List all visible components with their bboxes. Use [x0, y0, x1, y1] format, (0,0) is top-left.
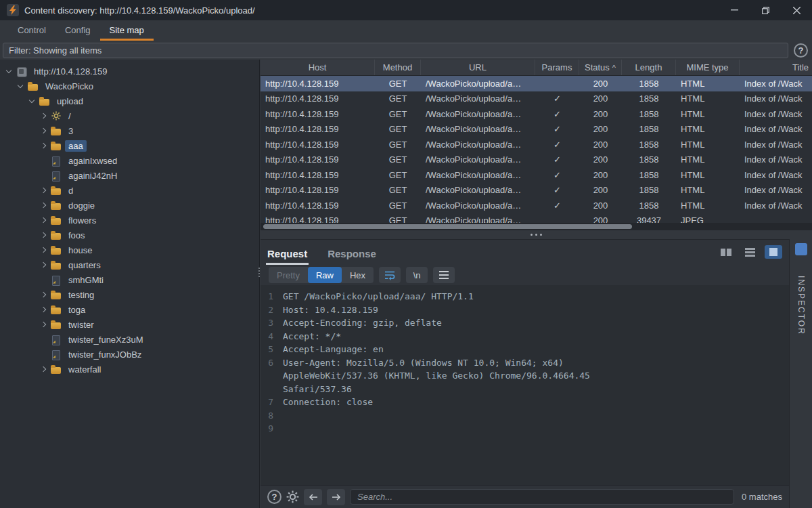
tree-item-aaa[interactable]: aaa [0, 138, 259, 153]
minimize-button[interactable] [719, 0, 750, 20]
tree-item-twister-funexz3um[interactable]: twister_funeXz3uM [0, 332, 259, 347]
chevron-down-icon[interactable] [17, 83, 24, 90]
rows-view-button[interactable] [741, 245, 759, 259]
tree-item-againixwsed[interactable]: againIxwsed [0, 153, 259, 168]
request-editor[interactable]: 1GET /WackoPicko/upload/aaa/ HTTP/1.12Ho… [261, 285, 789, 485]
splitter-handle[interactable] [261, 230, 812, 239]
column-header-length[interactable]: Length [622, 60, 676, 75]
cell-url: /WackoPicko/upload/a… [421, 154, 535, 165]
tree-item-twister-funxjobbz[interactable]: twister_funxJObBz [0, 347, 259, 362]
chevron-right-icon[interactable] [40, 291, 47, 299]
tree-item-waterfall[interactable]: waterfall [0, 362, 259, 377]
cell-method: GET [375, 185, 421, 195]
column-header-status[interactable]: Status^ [579, 60, 622, 75]
tab-site-map[interactable]: Site map [100, 21, 154, 41]
tree-item-http-10-4-128-159[interactable]: http://10.4.128.159 [0, 64, 259, 79]
chevron-right-icon[interactable] [40, 187, 47, 194]
editor-line: Safari/537.36 [261, 383, 789, 396]
table-row[interactable]: http://10.4.128.159GET/WackoPicko/upload… [261, 137, 812, 152]
tab-config[interactable]: Config [55, 21, 100, 41]
chevron-down-icon[interactable] [5, 68, 13, 75]
tree-item-flowers[interactable]: flowers [0, 213, 259, 228]
cell-title: Index of /Wack [740, 140, 812, 150]
horizontal-scrollbar[interactable] [261, 223, 812, 230]
folder-icon [51, 141, 62, 151]
column-header-host[interactable]: Host [261, 60, 375, 75]
tree-item-house[interactable]: house [0, 242, 259, 257]
tree-item-toga[interactable]: toga [0, 302, 259, 317]
chevron-right-icon[interactable] [40, 321, 47, 329]
chevron-right-icon[interactable] [40, 232, 47, 239]
scrollbar-thumb[interactable] [263, 224, 632, 229]
line-number: 1 [261, 290, 278, 303]
chevron-right-icon[interactable] [40, 127, 47, 135]
format-raw-button[interactable]: Raw [308, 267, 342, 283]
table-row[interactable]: http://10.4.128.159GET/WackoPicko/upload… [261, 183, 812, 198]
chevron-right-icon[interactable] [40, 366, 47, 373]
tree-item-smhgmti[interactable]: smhGMti [0, 272, 259, 287]
format-pretty-button[interactable]: Pretty [269, 267, 308, 283]
line-text: User-Agent: Mozilla/5.0 (Windows NT 10.0… [278, 356, 564, 370]
cell-mime: HTML [676, 140, 740, 150]
chevron-right-icon[interactable] [40, 142, 47, 150]
editor-tab-request[interactable]: Request [266, 244, 309, 265]
filter-box[interactable]: Filter: Showing all items [3, 43, 788, 58]
tree-item-foos[interactable]: foos [0, 228, 259, 242]
chevron-right-icon[interactable] [40, 306, 47, 314]
tree-item-label: d [65, 185, 76, 196]
chevron-right-icon[interactable] [40, 261, 47, 269]
chevron-right-icon[interactable] [40, 202, 47, 209]
tree-item-wackopicko[interactable]: WackoPicko [0, 79, 259, 93]
show-newlines-button[interactable]: \n [406, 267, 428, 283]
column-header-title[interactable]: Title [740, 60, 812, 75]
editor-tab-response[interactable]: Response [326, 244, 378, 265]
table-row[interactable]: http://10.4.128.159GET/WackoPicko/upload… [261, 76, 812, 91]
help-button[interactable]: ? [794, 43, 808, 58]
editor-menu-button[interactable] [433, 267, 455, 283]
tree-item-item[interactable]: / [0, 108, 259, 123]
column-header-params[interactable]: Params [535, 60, 579, 75]
restore-button[interactable] [750, 0, 781, 20]
inspector-label[interactable]: INSPECTOR [796, 276, 806, 335]
previous-match-button[interactable] [304, 489, 322, 505]
search-help-button[interactable]: ? [267, 490, 281, 504]
chevron-right-icon[interactable] [40, 217, 47, 224]
drag-handle-icon[interactable] [258, 268, 260, 277]
tree-item-againij42nh[interactable]: againiJ42nH [0, 168, 259, 183]
table-row[interactable]: http://10.4.128.159GET/WackoPicko/upload… [261, 122, 812, 137]
column-header-mime-type[interactable]: MIME type [676, 60, 740, 75]
chevron-right-icon[interactable] [40, 247, 47, 254]
tree-item-testing[interactable]: testing [0, 287, 259, 302]
format-hex-button[interactable]: Hex [342, 267, 374, 283]
tree-item-upload[interactable]: upload [0, 93, 259, 108]
table-body: http://10.4.128.159GET/WackoPicko/upload… [261, 76, 812, 228]
column-header-method[interactable]: Method [375, 60, 421, 75]
next-match-button[interactable] [327, 489, 345, 505]
wrap-lines-button[interactable] [379, 267, 401, 283]
search-input[interactable] [350, 489, 734, 505]
tree-item-twister[interactable]: twister [0, 317, 259, 332]
tree-item-3[interactable]: 3 [0, 123, 259, 138]
table-row[interactable]: http://10.4.128.159GET/WackoPicko/upload… [261, 106, 812, 122]
tab-control[interactable]: Control [8, 21, 55, 41]
settings-button[interactable] [286, 490, 299, 503]
table-row[interactable]: http://10.4.128.159GET/WackoPicko/upload… [261, 91, 812, 107]
folder-icon [51, 186, 62, 196]
tree-item-quarters[interactable]: quarters [0, 257, 259, 272]
columns-view-button[interactable] [717, 245, 735, 259]
tree-item-doggie[interactable]: doggie [0, 198, 259, 213]
cell-method: GET [375, 200, 421, 211]
gear-icon [51, 111, 62, 121]
table-row[interactable]: http://10.4.128.159GET/WackoPicko/upload… [261, 167, 812, 183]
single-view-button[interactable] [765, 245, 782, 259]
close-button[interactable] [781, 0, 812, 20]
table-row[interactable]: http://10.4.128.159GET/WackoPicko/upload… [261, 198, 812, 213]
tree-item-d[interactable]: d [0, 183, 259, 198]
view-layout-buttons [717, 245, 782, 259]
chevron-right-icon[interactable] [40, 112, 47, 120]
table-row[interactable]: http://10.4.128.159GET/WackoPicko/upload… [261, 152, 812, 168]
column-header-url[interactable]: URL [421, 60, 535, 75]
hamburger-icon [439, 271, 449, 279]
chevron-down-icon[interactable] [28, 98, 36, 105]
inspector-toggle-icon[interactable] [795, 243, 807, 255]
